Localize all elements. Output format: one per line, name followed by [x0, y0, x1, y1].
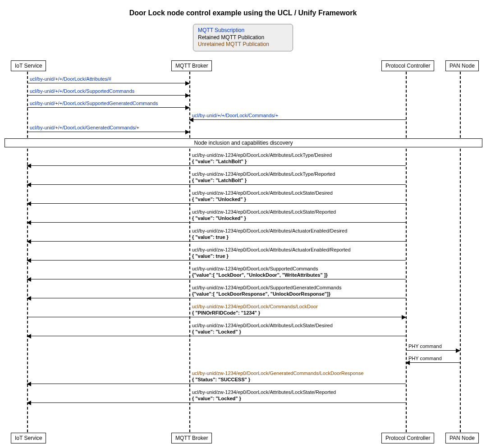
- lifeline-controller: [406, 72, 407, 432]
- divider-inclusion: Node inclusion and capabilities discover…: [5, 138, 482, 147]
- actor-node-bottom: PAN Node: [445, 433, 479, 443]
- msg-sub-gen-commands: ucl/by-unid/+/+/DoorLock/GeneratedComman…: [27, 132, 189, 132]
- actor-controller-bottom: Protocol Controller: [381, 433, 434, 443]
- msg-supported-gen-commands: ucl/by-unid/zw-1234/ep0/DoorLock/Support…: [27, 298, 406, 298]
- msg-label: ucl/by-unid/zw-1234/ep0/DoorLock/Attribu…: [192, 247, 351, 260]
- msg-lockstate-desired-locked: ucl/by-unid/zw-1234/ep0/DoorLock/Attribu…: [27, 336, 406, 336]
- msg-lockstate-desired: ucl/by-unid/zw-1234/ep0/DoorLock/Attribu…: [27, 203, 406, 204]
- sequence-diagram: IoT Service MQTT Broker Protocol Control…: [5, 58, 482, 446]
- msg-label: ucl/by-unid/zw-1234/ep0/DoorLock/Support…: [192, 266, 328, 279]
- msg-sub-attributes: ucl/by-unid/+/+/DoorLock/Attributes/#: [27, 83, 189, 83]
- lifeline-iot: [27, 72, 28, 432]
- msg-sub-supported-gen-commands: ucl/by-unid/+/+/DoorLock/SupportedGenera…: [27, 107, 189, 108]
- msg-lockstate-reported: ucl/by-unid/zw-1234/ep0/DoorLock/Attribu…: [27, 222, 406, 223]
- msg-label: ucl/by-unid/zw-1234/ep0/DoorLock/Attribu…: [192, 171, 335, 184]
- msg-label: ucl/by-unid/zw-1234/ep0/DoorLock/Attribu…: [192, 152, 332, 165]
- msg-locktype-reported: ucl/by-unid/zw-1234/ep0/DoorLock/Attribu…: [27, 184, 406, 185]
- msg-label: ucl/by-unid/zw-1234/ep0/DoorLock/Attribu…: [192, 323, 333, 335]
- lifeline-node: [460, 72, 461, 432]
- actor-broker-top: MQTT Broker: [171, 60, 212, 71]
- msg-phy-out: PHY command: [406, 350, 460, 351]
- msg-actuator-reported: ucl/by-unid/zw-1234/ep0/DoorLock/Attribu…: [27, 260, 406, 261]
- actor-iot-bottom: IoT Service: [11, 433, 46, 443]
- msg-actuator-desired: ucl/by-unid/zw-1234/ep0/DoorLock/Attribu…: [27, 241, 406, 242]
- actor-controller-top: Protocol Controller: [381, 60, 434, 71]
- msg-sub-commands: ucl/by-unid/+/+/DoorLock/Commands/+: [189, 119, 406, 120]
- legend-retained: Retained MQTT Publication: [198, 34, 288, 41]
- legend-subscription: MQTT Subscription: [198, 27, 288, 34]
- lifeline-broker: [189, 72, 190, 432]
- msg-label: ucl/by-unid/zw-1234/ep0/DoorLock/Generat…: [192, 370, 363, 383]
- msg-lockdoor-response: ucl/by-unid/zw-1234/ep0/DoorLock/Generat…: [27, 384, 406, 384]
- actor-node-top: PAN Node: [445, 60, 479, 71]
- msg-lockdoor-command: ucl/by-unid/zw-1234/ep0/DoorLock/Command…: [27, 317, 406, 317]
- msg-sub-supported-commands: ucl/by-unid/+/+/DoorLock/SupportedComman…: [27, 95, 189, 96]
- msg-label: ucl/by-unid/+/+/DoorLock/SupportedComman…: [30, 88, 134, 95]
- msg-label: ucl/by-unid/zw-1234/ep0/DoorLock/Attribu…: [192, 228, 347, 241]
- msg-label: PHY command: [408, 343, 442, 350]
- msg-label: ucl/by-unid/zw-1234/ep0/DoorLock/Command…: [192, 304, 318, 316]
- msg-label: ucl/by-unid/+/+/DoorLock/SupportedGenera…: [30, 101, 158, 107]
- diagram-title: Door Lock node control example using the…: [5, 9, 481, 17]
- legend-unretained: Unretained MQTT Publication: [198, 41, 288, 48]
- msg-label: PHY command: [408, 356, 442, 362]
- msg-label: ucl/by-unid/zw-1234/ep0/DoorLock/Attribu…: [192, 190, 333, 203]
- msg-phy-in: PHY command: [406, 362, 460, 363]
- actor-iot-top: IoT Service: [11, 60, 46, 71]
- actor-broker-bottom: MQTT Broker: [171, 433, 212, 443]
- msg-supported-commands: ucl/by-unid/zw-1234/ep0/DoorLock/Support…: [27, 279, 406, 279]
- msg-label: ucl/by-unid/zw-1234/ep0/DoorLock/Attribu…: [192, 209, 336, 222]
- msg-label: ucl/by-unid/zw-1234/ep0/DoorLock/Attribu…: [192, 389, 336, 402]
- msg-lockstate-reported-locked: ucl/by-unid/zw-1234/ep0/DoorLock/Attribu…: [27, 402, 406, 403]
- msg-label: ucl/by-unid/zw-1234/ep0/DoorLock/Support…: [192, 285, 341, 297]
- msg-label: ucl/by-unid/+/+/DoorLock/GeneratedComman…: [30, 125, 139, 131]
- msg-locktype-desired: ucl/by-unid/zw-1234/ep0/DoorLock/Attribu…: [27, 165, 406, 166]
- msg-label: ucl/by-unid/+/+/DoorLock/Attributes/#: [30, 76, 111, 82]
- legend-box: MQTT Subscription Retained MQTT Publicat…: [193, 24, 293, 51]
- msg-label: ucl/by-unid/+/+/DoorLock/Commands/+: [192, 113, 278, 119]
